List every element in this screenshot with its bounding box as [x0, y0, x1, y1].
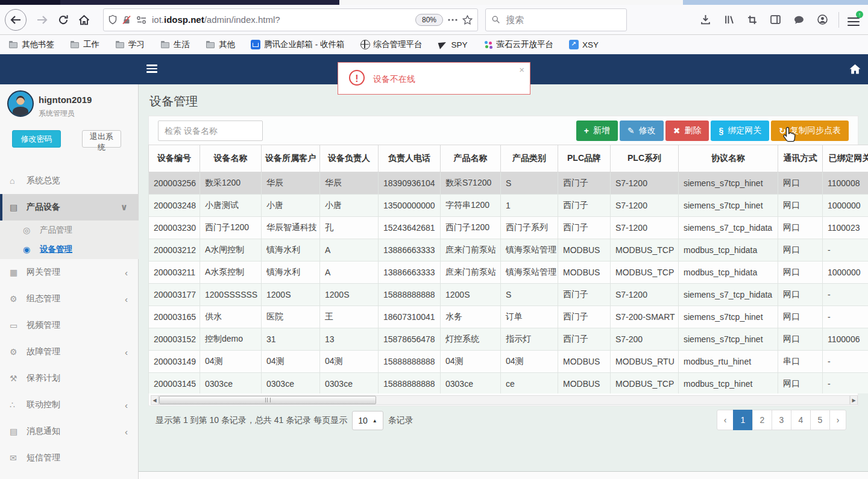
column-header[interactable]: 协议名称	[679, 145, 778, 172]
bookmark-label: 其他书签	[22, 39, 54, 50]
forward-button[interactable]	[36, 15, 48, 25]
column-header[interactable]: 负责人电话	[379, 145, 441, 172]
sidebar-menu-item[interactable]: ▦ 网关管理 ‹	[0, 259, 139, 286]
toolbar-button[interactable]: § 绑定网关	[711, 121, 769, 141]
sitemap-icon: ∴	[10, 400, 27, 410]
url-text[interactable]: iot.idosp.net/admin/index.html?	[152, 14, 410, 25]
column-header[interactable]: 设备名称	[200, 145, 262, 172]
table-row[interactable]: 2000031771200SSSSSS1200S1200S15888888888…	[149, 284, 868, 306]
screenshot-crop-icon[interactable]	[747, 15, 757, 25]
column-header[interactable]: 已绑定网关	[823, 145, 868, 172]
url-bar[interactable]: iot.idosp.net/admin/index.html? 80%	[103, 8, 478, 31]
horizontal-scrollbar[interactable]: ◀ ▶	[151, 395, 858, 405]
pagination-prev-button[interactable]: ‹	[717, 410, 734, 430]
browser-home-button[interactable]	[78, 14, 90, 25]
table-row[interactable]: 20000314904测04测04测1588888888804测04测MODBU…	[149, 351, 868, 373]
browser-search-box[interactable]	[485, 8, 627, 31]
toolbar-button[interactable]: ✎ 修改	[620, 121, 664, 141]
sidebar-menu-item[interactable]: ◉ 设备管理	[0, 240, 139, 259]
column-header[interactable]: PLC系列	[611, 145, 679, 172]
bookmark-item[interactable]: 学习	[115, 39, 145, 50]
pagination-next-button[interactable]: ›	[829, 410, 846, 430]
sidebar-menu-item[interactable]: ⚒ 保养计划	[0, 365, 139, 392]
toolbar-button[interactable]: ↻ 复制同步点表	[771, 121, 849, 141]
scrollbar-track[interactable]	[159, 395, 850, 405]
pagination-page-button[interactable]: 2	[752, 410, 772, 430]
sidebar-menu-item[interactable]: ▤ 产品设备 ∨	[0, 194, 139, 221]
browser-menu-button[interactable]: ↑	[848, 15, 860, 25]
bookmark-item[interactable]: 腾讯企业邮箱 - 收件箱	[251, 39, 345, 50]
user-avatar[interactable]	[7, 90, 34, 117]
table-row[interactable]: 200003248小唐测试小唐小唐13500000000字符串12001西门子S…	[149, 195, 868, 217]
app-home-button[interactable]	[849, 63, 861, 77]
bookmark-item[interactable]: XSY	[569, 40, 599, 49]
table-cell: 0303ce	[200, 373, 262, 394]
table-row[interactable]: 200003256数采1200华辰华辰18390936104数采S71200S西…	[149, 172, 868, 195]
scroll-left-arrow-icon[interactable]: ◀	[151, 395, 159, 405]
downloads-icon[interactable]	[700, 14, 711, 25]
sidebar-menu-item[interactable]: ▭ 视频管理	[0, 312, 139, 339]
table-cell: 04测	[320, 351, 379, 373]
scroll-right-arrow-icon[interactable]: ▶	[850, 395, 858, 405]
table-row[interactable]: 200003212A水闸控制镇海水利A13886663333庶来门前泵站镇海泵站…	[149, 239, 868, 261]
column-header[interactable]: PLC品牌	[558, 145, 611, 172]
sidebar-toggle-icon[interactable]	[770, 15, 781, 24]
sidebar-menu-item[interactable]: ▤ 消息通知 ‹	[0, 418, 139, 445]
alert-close-icon[interactable]: ×	[519, 64, 524, 75]
bookmark-item[interactable]: SPY	[438, 40, 468, 49]
browser-search-input[interactable]	[505, 14, 620, 25]
column-header[interactable]: 通讯方式	[778, 145, 823, 172]
table-row[interactable]: 200003165供水医院王18607310041水务订单西门子S7-200-S…	[149, 306, 868, 328]
bookmark-item[interactable]: 生活	[160, 39, 190, 50]
toolbar-button[interactable]: + 新增	[576, 121, 618, 141]
device-search-input[interactable]	[158, 121, 263, 141]
sidebar-menu-item[interactable]: ∴ 联动控制 ‹	[0, 392, 139, 418]
zoom-level-badge[interactable]: 80%	[415, 14, 443, 26]
table-row[interactable]: 200003211A水泵控制镇海水利A13886663333庶来门前泵站镇海泵站…	[149, 261, 868, 284]
pagination-page-button[interactable]: 1	[733, 410, 753, 430]
bookmark-item[interactable]: 其他书签	[8, 39, 54, 50]
sidebar-menu-item[interactable]: ◎ 产品管理	[0, 221, 139, 240]
table-cell: 数采S71200	[441, 172, 501, 195]
sidebar-collapse-toggle[interactable]	[146, 64, 157, 73]
sidebar-menu-item[interactable]: ⚙ 组态管理 ‹	[0, 286, 139, 312]
column-header[interactable]: 设备负责人	[320, 145, 379, 172]
library-icon[interactable]	[724, 14, 734, 25]
window-titlebar-strip-blue	[683, 0, 868, 5]
column-header[interactable]: 设备编号	[149, 145, 200, 172]
column-header[interactable]: 产品类别	[501, 145, 558, 172]
logout-button[interactable]: 退出系统	[82, 130, 121, 148]
page-size-dropdown[interactable]: 10 ▲	[352, 411, 383, 430]
column-header[interactable]: 设备所属客户	[262, 145, 320, 172]
table-cell: -	[823, 351, 868, 373]
change-password-button[interactable]: 修改密码	[12, 130, 61, 148]
reload-button[interactable]	[58, 14, 69, 25]
bookmark-item[interactable]: 其他	[206, 39, 235, 50]
back-arrow-icon	[10, 15, 22, 25]
sidebar-menu-item[interactable]: ✉ 短信管理	[0, 445, 139, 471]
bookmark-item[interactable]: 综合管理平台	[360, 39, 423, 50]
page-actions-dots-icon[interactable]	[448, 19, 458, 21]
sidebar-menu-item[interactable]: ⌂ 系统总览	[0, 167, 139, 194]
pagination-page-button[interactable]: 5	[810, 410, 830, 430]
bookmark-star-icon[interactable]	[462, 15, 473, 25]
monitor-icon: ▭	[10, 321, 27, 330]
column-header[interactable]: 产品名称	[441, 145, 501, 172]
menu-item-label: 产品管理	[40, 225, 128, 236]
pagination-page-button[interactable]: 3	[772, 410, 791, 430]
pocket-chat-icon[interactable]	[794, 15, 804, 25]
table-row[interactable]: 2000031450303ce0303ce0303ce1588888888803…	[149, 373, 868, 394]
account-icon[interactable]	[817, 14, 828, 25]
table-cell: S7-1200	[611, 284, 679, 306]
table-row[interactable]: 200003152控制demo311315878656478灯控系统指示灯西门子…	[149, 328, 868, 351]
scrollbar-thumb[interactable]	[159, 396, 376, 404]
bookmark-item[interactable]: 萤石云开放平台	[483, 39, 554, 50]
table-row[interactable]: 200003230西门子1200华辰智通科技孔15243642681西门子120…	[149, 217, 868, 239]
back-button[interactable]	[5, 9, 27, 31]
bookmark-favicon	[360, 40, 370, 49]
bookmark-item[interactable]: 工作	[70, 39, 99, 50]
forward-arrow-icon	[36, 15, 48, 25]
pagination-page-button[interactable]: 4	[791, 410, 811, 430]
sidebar-menu-item[interactable]: ⚙ 故障管理 ‹	[0, 339, 139, 365]
toolbar-button[interactable]: ✖ 删除	[665, 121, 709, 141]
